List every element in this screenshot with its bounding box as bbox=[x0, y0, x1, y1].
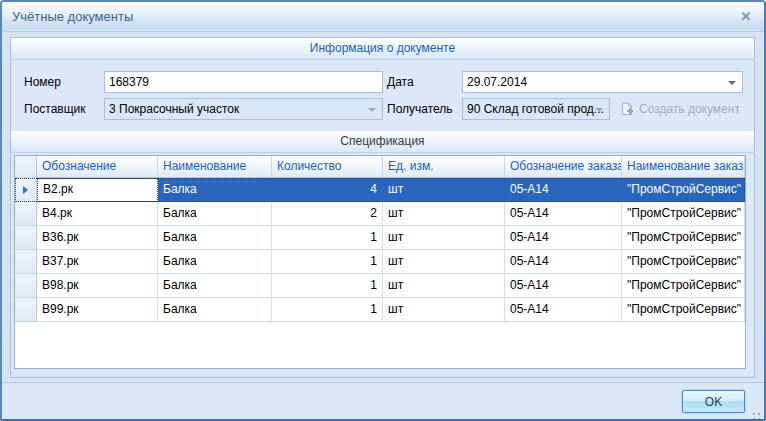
spec-grid-body: В2.ркБалка4шт05-А14"ПромСтройСервис"В4.р… bbox=[15, 178, 745, 322]
table-cell[interactable]: 05-А14 bbox=[505, 202, 622, 226]
dialog-window: Учётные документы ✕ Информация о докумен… bbox=[0, 0, 766, 421]
date-label: Дата bbox=[387, 71, 414, 93]
number-label: Номер bbox=[24, 71, 61, 93]
table-cell[interactable]: 05-А14 bbox=[505, 226, 622, 250]
table-cell[interactable]: 1 bbox=[272, 274, 383, 298]
window-title: Учётные документы bbox=[12, 2, 133, 32]
table-cell[interactable]: Балка bbox=[158, 274, 272, 298]
table-cell[interactable]: шт bbox=[383, 250, 505, 274]
table-cell[interactable]: 05-А14 bbox=[505, 274, 622, 298]
table-cell[interactable]: шт bbox=[383, 298, 505, 322]
table-cell[interactable]: "ПромСтройСервис" bbox=[622, 274, 745, 298]
table-cell[interactable]: 05-А14 bbox=[505, 178, 622, 202]
number-input[interactable]: 168379 bbox=[104, 71, 383, 93]
table-row[interactable]: В37.ркБалка1шт05-А14"ПромСтройСервис" bbox=[15, 250, 745, 274]
table-cell[interactable]: В4.рк bbox=[37, 202, 158, 226]
close-icon: ✕ bbox=[741, 9, 752, 24]
document-add-icon bbox=[620, 102, 634, 116]
table-cell[interactable]: 05-А14 bbox=[505, 298, 622, 322]
table-cell[interactable]: Балка bbox=[158, 178, 272, 202]
row-indicator-cell bbox=[15, 250, 37, 274]
chevron-down-icon bbox=[595, 108, 603, 112]
specification-header: Спецификация bbox=[11, 131, 754, 153]
ok-button[interactable]: OK bbox=[682, 390, 745, 413]
table-row[interactable]: В99.ркБалка1шт05-А14"ПромСтройСервис" bbox=[15, 298, 745, 322]
table-cell[interactable]: Балка bbox=[158, 226, 272, 250]
row-indicator-cell bbox=[15, 202, 37, 226]
table-cell[interactable]: "ПромСтройСервис" bbox=[622, 202, 745, 226]
table-row[interactable]: В4.ркБалка2шт05-А14"ПромСтройСервис" bbox=[15, 202, 745, 226]
supplier-label: Поставщик bbox=[24, 98, 86, 120]
table-cell[interactable]: шт bbox=[383, 226, 505, 250]
table-cell[interactable]: "ПромСтройСервис" bbox=[622, 250, 745, 274]
spec-grid: Обозначение Наименование Количество Ед. … bbox=[14, 155, 746, 369]
table-cell[interactable]: шт bbox=[383, 274, 505, 298]
table-cell[interactable]: В37.рк bbox=[37, 250, 158, 274]
table-header-row: Обозначение Наименование Количество Ед. … bbox=[15, 156, 745, 178]
row-indicator-cell bbox=[15, 274, 37, 298]
table-cell[interactable]: 1 bbox=[272, 298, 383, 322]
column-header[interactable]: Наименование bbox=[158, 156, 272, 178]
table-cell[interactable]: шт bbox=[383, 202, 505, 226]
table-cell[interactable]: 1 bbox=[272, 226, 383, 250]
dialog-client-area: Информация о документе Номер 168379 Дата… bbox=[2, 33, 764, 419]
table-cell[interactable]: 2 bbox=[272, 202, 383, 226]
recipient-label: Получатель bbox=[387, 98, 453, 120]
table-cell[interactable]: "ПромСтройСервис" bbox=[622, 178, 745, 202]
column-header[interactable]: Ед. изм. bbox=[383, 156, 505, 178]
table-cell[interactable]: Балка bbox=[158, 298, 272, 322]
footer: OK bbox=[2, 383, 764, 419]
indicator-header-cell bbox=[15, 156, 37, 178]
table-cell[interactable]: 05-А14 bbox=[505, 250, 622, 274]
row-indicator-cell bbox=[15, 178, 37, 202]
column-header[interactable]: Обозначение заказа bbox=[505, 156, 622, 178]
recipient-value: 90 Склад готовой прод... bbox=[467, 102, 604, 116]
create-document-button[interactable]: Создать документ bbox=[618, 98, 743, 120]
table-cell[interactable]: Балка bbox=[158, 202, 272, 226]
recipient-combo[interactable]: 90 Склад готовой прод... bbox=[462, 98, 610, 120]
table-row[interactable]: В36.ркБалка1шт05-А14"ПромСтройСервис" bbox=[15, 226, 745, 250]
table-cell[interactable]: шт bbox=[383, 178, 505, 202]
selected-row-arrow-icon bbox=[23, 186, 28, 194]
table-row[interactable]: В2.ркБалка4шт05-А14"ПромСтройСервис" bbox=[15, 178, 745, 202]
chevron-down-icon[interactable] bbox=[728, 81, 736, 85]
column-header[interactable]: Наименование заказа bbox=[622, 156, 745, 178]
column-header[interactable]: Количество bbox=[272, 156, 383, 178]
table-cell[interactable]: Балка bbox=[158, 250, 272, 274]
row-indicator-cell bbox=[15, 226, 37, 250]
table-cell[interactable]: В36.рк bbox=[37, 226, 158, 250]
main-panel: Информация о документе Номер 168379 Дата… bbox=[10, 37, 755, 378]
table-cell[interactable]: "ПромСтройСервис" bbox=[622, 226, 745, 250]
table-cell[interactable]: В2.рк bbox=[37, 178, 158, 202]
document-info-fields: Номер 168379 Дата 29.07.2014 Поставщик 3… bbox=[11, 60, 754, 131]
table-cell[interactable]: 1 bbox=[272, 250, 383, 274]
table-row[interactable]: В98.ркБалка1шт05-А14"ПромСтройСервис" bbox=[15, 274, 745, 298]
resize-grip-icon[interactable] bbox=[758, 413, 760, 415]
table-cell[interactable]: 4 bbox=[272, 178, 383, 202]
create-document-label: Создать документ bbox=[639, 102, 740, 116]
date-combo[interactable]: 29.07.2014 bbox=[462, 71, 743, 93]
table-cell[interactable]: В98.рк bbox=[37, 274, 158, 298]
chevron-down-icon bbox=[368, 108, 376, 112]
close-button[interactable]: ✕ bbox=[736, 7, 756, 27]
table-cell[interactable]: В99.рк bbox=[37, 298, 158, 322]
titlebar: Учётные документы ✕ bbox=[2, 2, 764, 32]
document-info-header: Информация о документе bbox=[11, 38, 754, 60]
table-cell[interactable]: "ПромСтройСервис" bbox=[622, 298, 745, 322]
column-header[interactable]: Обозначение bbox=[37, 156, 158, 178]
date-value: 29.07.2014 bbox=[467, 75, 527, 89]
row-indicator-cell bbox=[15, 298, 37, 322]
supplier-value: 3 Покрасочный участок bbox=[109, 102, 239, 116]
supplier-combo[interactable]: 3 Покрасочный участок bbox=[104, 98, 383, 120]
